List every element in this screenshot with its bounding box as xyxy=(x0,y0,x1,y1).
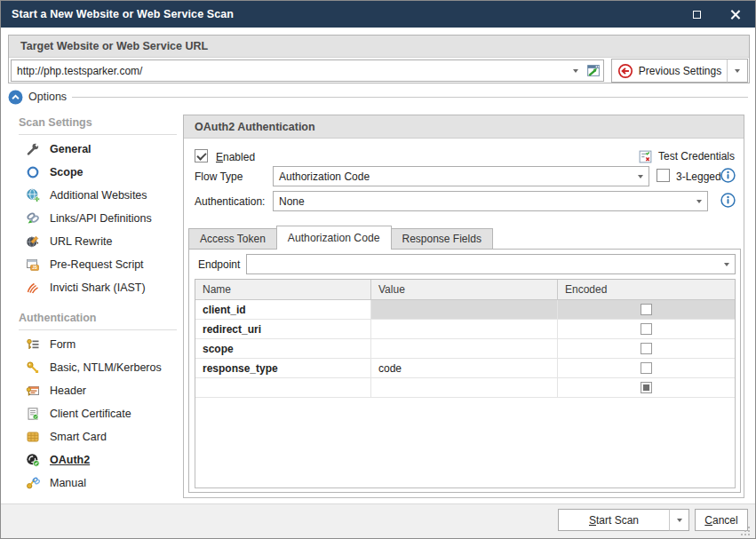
sidebar-item-header[interactable]: Header xyxy=(8,379,177,402)
sidebar-item-form[interactable]: Form xyxy=(8,333,177,356)
maximize-button[interactable] xyxy=(677,1,716,28)
encoded-checkbox[interactable] xyxy=(641,343,652,354)
column-header-value[interactable]: Value xyxy=(371,280,558,299)
column-header-encoded[interactable]: Encoded xyxy=(558,280,735,299)
sidebar-item-label: Invicti Shark (IAST) xyxy=(50,281,146,294)
table-row[interactable]: redirect_uri xyxy=(195,320,735,339)
three-legged-checkbox[interactable] xyxy=(657,169,670,182)
param-value-cell[interactable] xyxy=(371,378,558,397)
smart-card-icon xyxy=(26,430,40,444)
dropdown-arrow-icon xyxy=(735,69,740,73)
sidebar-item-client-certificate[interactable]: Client Certificate xyxy=(8,402,177,425)
resize-grip[interactable] xyxy=(741,527,752,537)
close-icon xyxy=(730,9,741,20)
sidebar-item-label: Header xyxy=(50,384,86,397)
sidebar-item-oauth2[interactable]: OAuth2 xyxy=(8,448,177,472)
dropdown-arrow-icon xyxy=(696,200,702,203)
dropdown-arrow-icon[interactable] xyxy=(573,69,578,73)
cancel-button[interactable]: Cancel xyxy=(695,509,748,531)
param-name-cell[interactable]: scope xyxy=(195,339,371,358)
test-credentials-button[interactable]: Test Credentials xyxy=(638,147,735,165)
param-encoded-cell xyxy=(558,359,735,377)
maximize-icon xyxy=(693,11,701,19)
oauth2-circle-icon xyxy=(26,453,40,467)
param-name-cell[interactable] xyxy=(195,378,371,397)
column-header-name[interactable]: Name xyxy=(195,280,371,299)
param-value-cell[interactable] xyxy=(371,320,558,338)
svg-text:JS: JS xyxy=(32,266,37,270)
sidebar-item-label: Form xyxy=(50,338,76,351)
target-url-group: Target Website or Web Service URL http:/… xyxy=(8,35,750,83)
start-scan-dropdown[interactable] xyxy=(669,509,689,531)
param-encoded-cell xyxy=(558,378,735,397)
sidebar-item-label: Pre-Request Script xyxy=(50,258,144,271)
sidebar-item-label: Manual xyxy=(50,477,86,489)
param-value-cell[interactable]: code xyxy=(371,359,558,377)
table-row-new[interactable] xyxy=(195,378,735,398)
table-row[interactable]: response_type code xyxy=(195,359,735,378)
wrench-icon xyxy=(26,142,40,156)
dropdown-arrow-icon xyxy=(638,175,643,178)
table-row[interactable]: client_id xyxy=(195,300,735,320)
sidebar-item-links-api-definitions[interactable]: Links/API Definitions xyxy=(8,207,177,230)
param-encoded-cell xyxy=(558,300,735,319)
info-icon[interactable] xyxy=(720,168,736,183)
encoded-checkbox[interactable] xyxy=(641,323,652,335)
enabled-label: Enabled xyxy=(216,151,255,163)
tab-authorization-code[interactable]: Authorization Code xyxy=(276,226,392,250)
sidebar-item-invicti-shark[interactable]: Invicti Shark (IAST) xyxy=(8,276,177,299)
encoded-checkbox[interactable] xyxy=(641,382,652,393)
tab-access-token[interactable]: Access Token xyxy=(188,228,277,250)
tab-response-fields[interactable]: Response Fields xyxy=(391,228,493,250)
param-name-cell[interactable]: redirect_uri xyxy=(195,320,371,338)
scan-dialog: Start a New Website or Web Service Scan … xyxy=(0,0,756,539)
param-name-cell[interactable]: response_type xyxy=(195,359,371,377)
options-label: Options xyxy=(28,91,67,103)
previous-settings-button[interactable]: Previous Settings xyxy=(611,59,728,83)
param-value-cell[interactable] xyxy=(371,300,558,319)
authentication-select[interactable]: None xyxy=(273,191,708,211)
enabled-checkbox[interactable] xyxy=(195,149,208,162)
endpoint-input[interactable] xyxy=(246,254,736,274)
sidebar-item-basic-ntlm-kerberos[interactable]: Basic, NTLM/Kerberos xyxy=(8,356,177,379)
sidebar-item-pre-request-script[interactable]: JS Pre-Request Script xyxy=(8,253,177,276)
globe-pencil-icon xyxy=(26,234,40,249)
close-button[interactable] xyxy=(716,1,755,28)
key-window-icon xyxy=(26,384,40,398)
info-icon[interactable] xyxy=(720,193,736,208)
dialog-footer: Start Scan Cancel xyxy=(1,503,755,539)
settings-sidebar: Scan Settings General Scope xyxy=(8,107,177,495)
sidebar-item-manual[interactable]: Manual xyxy=(8,472,177,495)
sidebar-item-smart-card[interactable]: Smart Card xyxy=(8,425,177,448)
dropdown-arrow-icon xyxy=(677,519,682,522)
sidebar-item-general[interactable]: General xyxy=(8,138,177,161)
certificate-icon xyxy=(26,407,40,421)
param-value-cell[interactable] xyxy=(371,339,558,358)
sidebar-item-url-rewrite[interactable]: URL Rewrite xyxy=(8,230,177,253)
previous-settings-dropdown[interactable] xyxy=(727,59,748,83)
sidebar-item-label: Smart Card xyxy=(50,431,107,443)
encoded-checkbox[interactable] xyxy=(641,304,652,315)
cancel-label: Cancel xyxy=(704,514,737,527)
open-in-browser-icon[interactable] xyxy=(584,62,601,80)
param-encoded-cell xyxy=(558,339,735,358)
options-expander[interactable]: Options xyxy=(8,89,748,105)
sidebar-item-label: Additional Websites xyxy=(50,189,147,202)
key-list-icon xyxy=(26,337,40,352)
sidebar-item-additional-websites[interactable]: Additional Websites xyxy=(8,184,177,207)
param-name-cell[interactable]: client_id xyxy=(195,300,371,319)
test-credentials-icon xyxy=(638,149,653,164)
sidebar-item-scope[interactable]: Scope xyxy=(8,161,177,184)
target-url-input[interactable]: http://php.testsparker.com/ xyxy=(11,59,604,82)
title-bar: Start a New Website or Web Service Scan xyxy=(1,1,755,28)
flow-type-label: Flow Type xyxy=(195,170,243,183)
gold-key-icon xyxy=(26,361,40,375)
table-header-row: Name Value Encoded xyxy=(195,280,735,300)
oauth2-panel: OAuth2 Authentication Enabled Test Crede… xyxy=(183,115,744,498)
flow-type-select[interactable]: Authorization Code xyxy=(273,166,649,186)
previous-settings-back-icon xyxy=(617,63,633,79)
start-scan-button[interactable]: Start Scan xyxy=(558,509,670,531)
table-row[interactable]: scope xyxy=(195,339,735,359)
divider xyxy=(19,134,177,135)
encoded-checkbox[interactable] xyxy=(641,362,652,374)
